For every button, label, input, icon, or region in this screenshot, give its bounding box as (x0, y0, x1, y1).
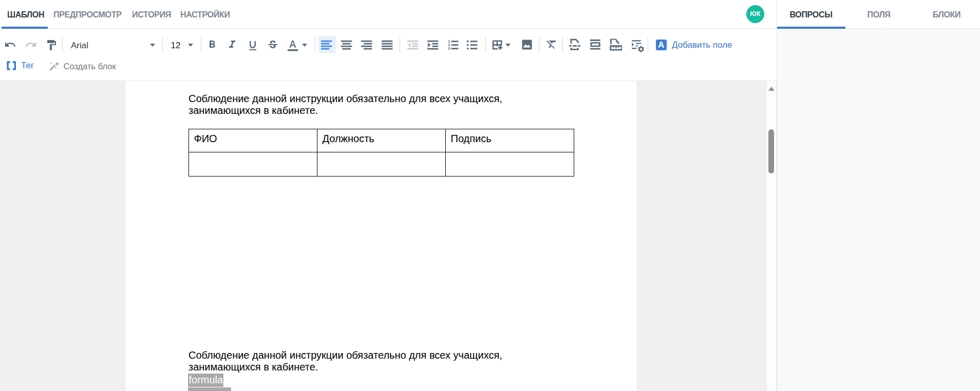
svg-text:3: 3 (448, 46, 450, 51)
